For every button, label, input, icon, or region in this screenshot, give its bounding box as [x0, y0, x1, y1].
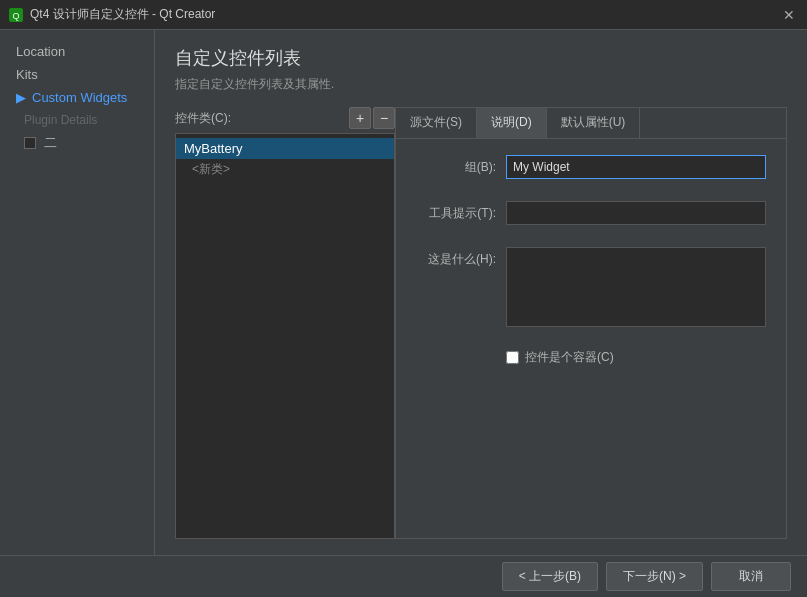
- group-label: 组(B):: [416, 155, 506, 176]
- tooltip-label: 工具提示(T):: [416, 201, 506, 222]
- list-item-new[interactable]: <新类>: [176, 159, 394, 180]
- page-content: 自定义控件列表 指定自定义控件列表及其属性. 控件类(C): + − MyBat…: [155, 30, 807, 555]
- form-row-tooltip: 工具提示(T):: [416, 201, 766, 225]
- widget-list-panel: 控件类(C): + − MyBattery <新类>: [175, 107, 395, 539]
- form-row-whatsthis: 这是什么(H):: [416, 247, 766, 327]
- sidebar-item-location[interactable]: Location: [0, 40, 154, 63]
- tooltip-input[interactable]: [506, 201, 766, 225]
- titlebar: Q Qt4 设计师自定义控件 - Qt Creator ✕: [0, 0, 807, 30]
- group-input[interactable]: [506, 155, 766, 179]
- tab-default-props[interactable]: 默认属性(U): [547, 108, 641, 138]
- tab-desc[interactable]: 说明(D): [477, 108, 547, 138]
- content-area: Location Kits ▶ Custom Widgets Plugin De…: [0, 30, 807, 555]
- app-icon: Q: [8, 7, 24, 23]
- close-button[interactable]: ✕: [779, 5, 799, 25]
- widget-listbox[interactable]: MyBattery <新类>: [175, 133, 395, 539]
- sidebar-label-location: Location: [16, 44, 65, 59]
- whatsthis-textarea[interactable]: [506, 247, 766, 327]
- page-title: 自定义控件列表: [175, 46, 787, 70]
- details-panel: 源文件(S) 说明(D) 默认属性(U) 组(B):: [395, 107, 787, 539]
- list-item-mybattery[interactable]: MyBattery: [176, 138, 394, 159]
- remove-widget-button[interactable]: −: [373, 107, 395, 129]
- widget-list-buttons: + −: [349, 107, 395, 129]
- arrow-icon: ▶: [16, 90, 28, 105]
- sidebar-checkbox-label: 二: [44, 134, 57, 152]
- container-label: 控件是个容器(C): [525, 349, 614, 366]
- widget-list-header: 控件类(C): + −: [175, 107, 395, 129]
- sidebar-item-kits[interactable]: Kits: [0, 63, 154, 86]
- sidebar-checkbox-item: 二: [0, 131, 154, 155]
- container-checkbox[interactable]: [506, 351, 519, 364]
- list-item-new-label: <新类>: [192, 162, 230, 176]
- tab-source[interactable]: 源文件(S): [396, 108, 477, 138]
- sidebar: Location Kits ▶ Custom Widgets Plugin De…: [0, 30, 155, 555]
- tab-default-props-label: 默认属性(U): [561, 115, 626, 129]
- sidebar-label-custom-widgets: Custom Widgets: [32, 90, 127, 105]
- svg-text:Q: Q: [12, 11, 19, 21]
- tab-content: 组(B): 工具提示(T): 这是什么(H):: [396, 139, 786, 538]
- sidebar-item-custom-widgets[interactable]: ▶ Custom Widgets: [0, 86, 154, 109]
- tab-desc-label: 说明(D): [491, 115, 532, 129]
- prev-button[interactable]: < 上一步(B): [502, 562, 598, 591]
- list-item-label: MyBattery: [184, 141, 243, 156]
- bottom-bar: < 上一步(B) 下一步(N) > 取消: [0, 555, 807, 597]
- sidebar-item-plugin-details[interactable]: Plugin Details: [0, 109, 154, 131]
- next-button[interactable]: 下一步(N) >: [606, 562, 703, 591]
- sidebar-label-kits: Kits: [16, 67, 38, 82]
- sidebar-label-plugin-details: Plugin Details: [24, 113, 97, 127]
- sidebar-checkbox[interactable]: [24, 137, 36, 149]
- form-row-container: 控件是个容器(C): [416, 349, 766, 366]
- add-widget-button[interactable]: +: [349, 107, 371, 129]
- tabs-bar: 源文件(S) 说明(D) 默认属性(U): [396, 108, 786, 139]
- widget-list-label: 控件类(C):: [175, 110, 231, 127]
- form-row-group: 组(B):: [416, 155, 766, 179]
- page-subtitle: 指定自定义控件列表及其属性.: [175, 76, 787, 93]
- tab-source-label: 源文件(S): [410, 115, 462, 129]
- window-title: Qt4 设计师自定义控件 - Qt Creator: [30, 6, 779, 23]
- cancel-button[interactable]: 取消: [711, 562, 791, 591]
- widget-area: 控件类(C): + − MyBattery <新类>: [175, 107, 787, 539]
- whatsthis-label: 这是什么(H):: [416, 247, 506, 268]
- main-container: Location Kits ▶ Custom Widgets Plugin De…: [0, 30, 807, 597]
